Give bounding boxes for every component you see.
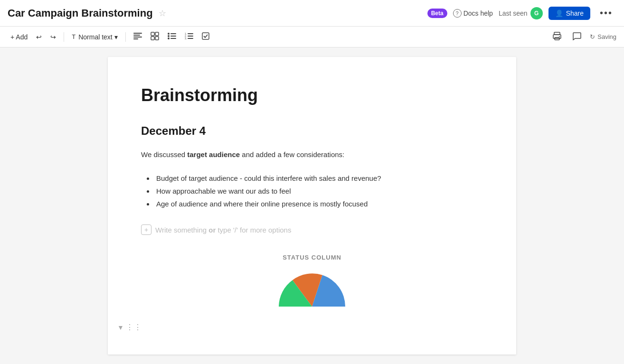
undo-button[interactable]: ↩ (33, 31, 45, 43)
text-T-icon: T (72, 33, 76, 40)
placeholder-text-rest: type '/' for more options (216, 226, 291, 234)
chevron-down-icon: ▾ (114, 33, 118, 41)
svg-rect-17 (188, 36, 193, 37)
svg-rect-19 (188, 38, 193, 39)
write-placeholder[interactable]: Write something or type '/' for more opt… (155, 226, 291, 234)
svg-rect-20 (202, 33, 209, 39)
svg-point-12 (168, 37, 170, 39)
toolbar: + Add ↩ ↪ T Normal text ▾ (0, 27, 624, 47)
beta-badge: Beta (427, 9, 447, 18)
write-block[interactable]: + Write something or type '/' for more o… (141, 224, 483, 235)
pie-chart-svg (274, 269, 350, 311)
last-seen-section: Last seen G (499, 7, 543, 19)
docs-help-button[interactable]: ? Docs help (453, 9, 493, 18)
align-button[interactable] (131, 31, 145, 43)
table-button[interactable] (148, 30, 162, 44)
svg-rect-0 (133, 33, 142, 34)
svg-rect-6 (151, 37, 154, 40)
bullet-list-icon (168, 33, 176, 41)
add-label: + Add (10, 33, 28, 41)
svg-rect-11 (170, 36, 176, 37)
divider-1 (64, 32, 64, 42)
saving-icon: ↻ (590, 33, 595, 40)
redo-button[interactable]: ↪ (47, 31, 59, 43)
ordered-list-button[interactable]: 1. 2. 3. (182, 31, 196, 43)
checklist-icon (202, 32, 209, 41)
align-icon (133, 33, 142, 41)
block-controls: ▼ ⋮⋮ (117, 323, 142, 332)
placeholder-or: or (208, 226, 216, 234)
undo-icon: ↩ (36, 33, 42, 41)
pie-chart (141, 269, 483, 311)
svg-point-24 (559, 36, 560, 37)
page-title: Car Campaign Brainstorming (8, 7, 153, 19)
svg-rect-15 (188, 33, 193, 34)
chart-label: STATUS COLUMN (141, 254, 483, 261)
svg-rect-7 (155, 37, 159, 40)
print-button[interactable] (550, 30, 564, 44)
svg-rect-5 (155, 32, 159, 36)
svg-point-8 (168, 33, 170, 35)
share-label: Share (566, 9, 584, 17)
avatar: G (530, 7, 543, 19)
toolbar-right: ↻ Saving (550, 30, 616, 44)
placeholder-text-normal: Write something (155, 226, 208, 234)
text-style-label: Normal text (78, 33, 113, 41)
comment-button[interactable] (570, 30, 584, 44)
block-collapse-icon[interactable]: ▼ (117, 324, 124, 331)
main-area: Brainstorming December 4 We discussed ta… (0, 47, 624, 364)
bullet-list: Budget of target audience - could this i… (141, 172, 483, 210)
document-paragraph: We discussed target audience and added a… (141, 149, 483, 160)
redo-icon: ↪ (50, 33, 56, 41)
header: Car Campaign Brainstorming ☆ Beta ? Docs… (0, 0, 624, 27)
document-date: December 4 (141, 124, 483, 138)
paragraph-text-after: and added a few considerations: (240, 150, 344, 159)
saving-indicator: ↻ Saving (590, 33, 616, 40)
block-drag-icon[interactable]: ⋮⋮ (126, 323, 142, 332)
svg-point-10 (168, 35, 170, 37)
ordered-list-icon: 1. 2. 3. (185, 33, 193, 41)
chart-section: STATUS COLUMN (141, 254, 483, 311)
help-icon: ? (453, 9, 462, 18)
print-icon (553, 32, 561, 42)
add-button[interactable]: + Add (8, 31, 30, 43)
list-item: Budget of target audience - could this i… (154, 172, 483, 185)
text-style-dropdown[interactable]: T Normal text ▾ (69, 31, 121, 43)
list-item: How approachable we want our ads to feel (154, 185, 483, 197)
checklist-button[interactable] (199, 30, 212, 43)
svg-rect-13 (170, 38, 176, 39)
svg-text:3.: 3. (185, 37, 187, 39)
paragraph-text-before: We discussed (141, 150, 187, 159)
document-page: Brainstorming December 4 We discussed ta… (108, 57, 516, 355)
share-icon: 👤 (555, 9, 563, 17)
docs-help-label: Docs help (463, 9, 493, 17)
svg-rect-2 (133, 37, 142, 37)
svg-rect-3 (133, 38, 138, 39)
svg-rect-9 (170, 33, 176, 34)
comment-icon (573, 32, 581, 42)
table-icon (151, 32, 159, 42)
svg-rect-4 (151, 32, 154, 36)
list-item: Age of audience and where their online p… (154, 197, 483, 210)
document-title: Brainstorming (141, 85, 483, 105)
bullet-list-button[interactable] (165, 31, 179, 43)
paragraph-bold-text: target audience (187, 150, 240, 159)
share-button[interactable]: 👤 Share (548, 7, 590, 20)
add-block-button[interactable]: + (141, 224, 151, 235)
svg-rect-1 (133, 35, 140, 36)
favorite-icon[interactable]: ☆ (159, 8, 166, 19)
divider-2 (125, 32, 126, 42)
more-options-button[interactable]: ••• (596, 6, 616, 20)
last-seen-label: Last seen (499, 9, 528, 17)
saving-label: Saving (597, 33, 616, 40)
